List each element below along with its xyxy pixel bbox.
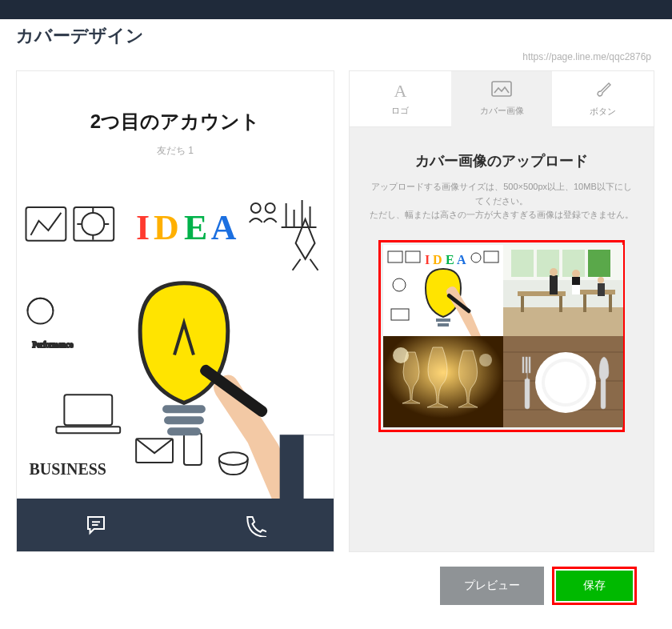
save-button-highlight: 保存 — [552, 567, 637, 605]
tab-button[interactable]: ボタン — [552, 71, 654, 127]
cover-thumbnails-highlight: IDEA — [378, 240, 625, 432]
thumbnail-office-interior[interactable] — [503, 245, 623, 336]
svg-text:BUSINESS: BUSINESS — [29, 460, 106, 478]
topbar — [0, 0, 672, 19]
tab-logo[interactable]: A ロゴ — [350, 71, 451, 127]
cover-image-preview: Performance BUSINESS — [17, 195, 334, 499]
svg-rect-49 — [550, 275, 558, 294]
thumbnail-wine-glasses[interactable] — [383, 336, 503, 427]
svg-rect-54 — [598, 283, 605, 296]
text-a-icon: A — [394, 81, 406, 102]
account-name: 2つ目のアカウント — [90, 109, 260, 134]
svg-point-50 — [550, 268, 558, 276]
editor-tabs: A ロゴ カバー画像 ボタン — [350, 71, 654, 127]
upload-title: カバー画像のアップロード — [367, 151, 636, 170]
page-url-hint: https://page.line.me/qqc2876p — [16, 51, 651, 62]
svg-text:I: I — [425, 253, 430, 266]
svg-text:E: E — [184, 208, 207, 246]
svg-text:I: I — [136, 208, 150, 246]
action-buttons: プレビュー 保存 — [16, 567, 637, 605]
svg-text:D: D — [433, 253, 442, 266]
svg-text:E: E — [446, 253, 454, 266]
tab-button-label: ボタン — [590, 106, 616, 118]
thumbnail-plate-cutlery[interactable] — [503, 336, 623, 427]
svg-rect-66 — [522, 357, 524, 373]
page-title: カバーデザイン — [16, 24, 656, 48]
preview-header: 2つ目のアカウント 友だち 1 — [17, 71, 334, 195]
svg-point-57 — [393, 347, 409, 363]
friends-count: 友だち 1 — [157, 144, 194, 158]
tab-logo-label: ロゴ — [391, 105, 409, 117]
svg-rect-45 — [559, 296, 562, 312]
svg-rect-44 — [521, 296, 524, 312]
svg-text:Performance: Performance — [32, 340, 73, 349]
phone-icon — [242, 513, 266, 537]
svg-rect-48 — [609, 294, 612, 312]
svg-rect-27 — [436, 319, 450, 322]
preview-footer — [17, 499, 334, 551]
svg-point-52 — [572, 270, 580, 278]
svg-rect-38 — [511, 250, 534, 277]
svg-rect-20 — [304, 435, 334, 499]
cover-thumbnails-grid: IDEA — [383, 245, 620, 427]
preview-panel: 2つ目のアカウント 友だち 1 — [16, 70, 334, 552]
image-icon — [491, 81, 512, 102]
chat-button[interactable] — [17, 499, 175, 551]
tab-cover-label: カバー画像 — [480, 105, 524, 117]
svg-text:A: A — [211, 208, 237, 246]
svg-rect-67 — [526, 357, 527, 373]
svg-rect-68 — [529, 357, 530, 373]
svg-rect-43 — [518, 291, 566, 296]
svg-point-55 — [598, 277, 604, 283]
svg-rect-53 — [572, 277, 580, 285]
svg-text:D: D — [154, 208, 179, 246]
tab-cover-image[interactable]: カバー画像 — [451, 71, 553, 127]
svg-rect-28 — [438, 323, 449, 327]
call-button[interactable] — [175, 499, 334, 551]
upload-area: カバー画像のアップロード アップロードする画像サイズは、500×500px以上、… — [350, 127, 654, 448]
svg-text:A: A — [457, 253, 466, 266]
thumbnail-idea-doodle[interactable]: IDEA — [383, 245, 503, 336]
svg-rect-47 — [583, 294, 586, 312]
save-button[interactable]: 保存 — [556, 571, 633, 601]
upload-desc-2: ただし、幅または高さの一方が大きすぎる画像は登録できません。 — [367, 208, 636, 222]
brush-icon — [594, 80, 612, 102]
svg-point-65 — [545, 362, 586, 403]
chat-icon — [84, 513, 108, 537]
svg-rect-41 — [588, 250, 610, 277]
preview-button[interactable]: プレビュー — [440, 567, 544, 605]
svg-point-58 — [479, 354, 492, 367]
svg-rect-21 — [492, 82, 511, 96]
upload-desc-1: アップロードする画像サイズは、500×500px以上、10MB以下にしてください… — [367, 180, 636, 208]
editor-panel: A ロゴ カバー画像 ボタン カバー画像のアップロード — [349, 70, 654, 552]
